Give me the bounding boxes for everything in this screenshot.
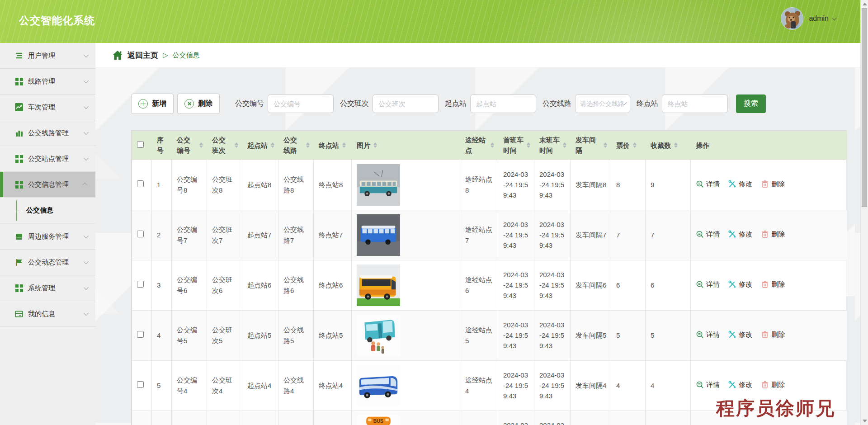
bus-shift-input[interactable]	[373, 94, 439, 113]
sort-icon[interactable]	[604, 142, 607, 148]
delete-row-button[interactable]: 删除	[761, 229, 785, 239]
delete-row-button[interactable]: 删除	[761, 279, 785, 289]
username-label[interactable]: admin	[809, 14, 829, 23]
edit-button[interactable]: 修改	[728, 379, 752, 390]
interval-cell: 发车间隔6	[571, 260, 611, 310]
bus-line-cell: 公交线路7	[278, 210, 314, 260]
sidebar-item-route-management[interactable]: 线路管理	[0, 69, 95, 94]
table-row: 5 公交编号4 公交班次4 起点站4 公交线路4 终点站4	[132, 360, 847, 411]
delete-button[interactable]: 删除	[177, 94, 220, 114]
bus-shift-label: 公交班次	[340, 99, 369, 109]
edit-button[interactable]: 修改	[728, 229, 752, 239]
home-icon[interactable]	[112, 50, 123, 60]
sort-icon[interactable]	[633, 142, 637, 148]
scroll-down-arrow-icon[interactable]	[863, 420, 867, 422]
sidebar-item-trip-management[interactable]: 车次管理	[0, 94, 95, 120]
breadcrumb-current[interactable]: 公交信息	[173, 51, 200, 60]
via-stations-cell: 途经站点4	[460, 360, 498, 411]
sort-icon[interactable]	[199, 142, 203, 148]
delete-row-button[interactable]: 删除	[761, 329, 785, 340]
edit-button[interactable]: 修改	[728, 279, 752, 289]
detail-magnifier-icon	[696, 331, 704, 339]
sidebar-item-nearby-service-management[interactable]: 周边服务管理	[0, 224, 95, 250]
shop-icon	[15, 232, 23, 241]
start-station-input[interactable]	[470, 94, 536, 113]
col-first-bus-time[interactable]: 首班车时间	[498, 131, 534, 160]
col-bus-line[interactable]: 公交线路	[278, 131, 314, 160]
row-checkbox[interactable]	[137, 331, 144, 338]
sort-icon[interactable]	[306, 142, 310, 148]
row-checkbox[interactable]	[137, 180, 144, 187]
last-bus-time-cell: 2024-03-24 19:59:43	[534, 160, 571, 210]
search-button[interactable]: 搜索	[736, 94, 766, 113]
row-checkbox[interactable]	[137, 231, 144, 237]
col-start-station[interactable]: 起点站	[242, 131, 278, 160]
sidebar-item-my-info[interactable]: 我的信息	[0, 301, 95, 327]
sort-icon[interactable]	[235, 142, 238, 148]
sort-icon[interactable]	[491, 142, 494, 148]
breadcrumb-home-link[interactable]: 返回主页	[127, 50, 158, 61]
detail-button[interactable]: 详情	[696, 329, 720, 340]
sidebar-item-label: 周边服务管理	[28, 232, 84, 241]
bus-shift-cell: 公交班次5	[207, 310, 242, 360]
bus-code-input[interactable]	[268, 94, 334, 113]
teal-model-bus-photo	[357, 164, 400, 206]
sidebar-item-busline-management[interactable]: 公交线路管理	[0, 120, 95, 146]
scroll-up-arrow-icon[interactable]	[863, 3, 867, 5]
sidebar-item-businfo-management[interactable]: 公交信息管理	[0, 172, 95, 198]
col-favorites[interactable]: 收藏数	[646, 131, 691, 160]
sidebar-item-system-management[interactable]: 系统管理	[0, 275, 95, 301]
app-window: 公交智能化系统 admin	[0, 0, 860, 425]
sidebar-subitem-businfo[interactable]: 公交信息	[0, 198, 95, 224]
bus-line-select[interactable]: 请选择公交线路	[575, 94, 630, 113]
col-interval[interactable]: 发车间隔	[571, 131, 611, 160]
col-bus-code[interactable]: 公交编号	[172, 131, 207, 160]
add-button[interactable]: 新增	[131, 94, 174, 114]
select-all-checkbox[interactable]	[137, 141, 144, 148]
first-bus-time-cell: 2024-03-24 19:59:43	[498, 360, 534, 411]
edit-button[interactable]: 修改	[728, 179, 752, 189]
avatar[interactable]	[781, 7, 803, 30]
sidebar-item-user-management[interactable]: 用户管理	[0, 43, 95, 69]
detail-button[interactable]: 详情	[696, 379, 720, 390]
delete-row-button[interactable]: 删除	[761, 179, 785, 189]
sidebar-item-busnews-management[interactable]: 公交动态管理	[0, 250, 95, 275]
sort-icon[interactable]	[563, 142, 566, 148]
bus-line-cell: 公交线路8	[278, 160, 314, 210]
detail-button[interactable]: 详情	[696, 179, 720, 189]
bus-shift-cell: 公交班次7	[207, 210, 242, 260]
yellow-bus-photo	[357, 264, 400, 306]
grid-icon	[15, 155, 23, 163]
user-menu[interactable]: admin	[781, 7, 835, 30]
col-image[interactable]: 图片	[352, 131, 460, 160]
row-checkbox[interactable]	[137, 381, 144, 388]
col-no[interactable]: 序号	[152, 131, 172, 160]
detail-button[interactable]: 详情	[696, 229, 720, 239]
row-checkbox[interactable]	[137, 281, 144, 288]
start-station-label: 起点站	[445, 99, 467, 109]
table-row: 6 公交编号3 公交班次3 起点站3 公交线路3 终点站3	[132, 411, 847, 425]
end-station-input[interactable]	[662, 94, 728, 113]
sidebar-item-busstop-management[interactable]: 公交站点管理	[0, 146, 95, 172]
end-station-cell: 终点站5	[314, 310, 352, 360]
col-bus-shift[interactable]: 公交班次	[207, 131, 242, 160]
col-price[interactable]: 票价	[611, 131, 646, 160]
bus-shift-cell: 公交班次4	[207, 360, 242, 411]
vertical-scrollbar[interactable]	[860, 0, 868, 425]
sort-icon[interactable]	[271, 142, 274, 148]
sidebar-item-label: 公交线路管理	[28, 129, 84, 137]
sort-icon[interactable]	[373, 142, 377, 148]
edit-button[interactable]: 修改	[728, 329, 752, 340]
col-via-stations[interactable]: 途经站点	[460, 131, 498, 160]
actions-cell: 详情 修改 删除	[691, 411, 847, 425]
sort-icon[interactable]	[527, 142, 530, 148]
delete-row-button[interactable]: 删除	[761, 379, 785, 390]
sort-icon[interactable]	[674, 142, 678, 148]
sort-icon[interactable]	[342, 142, 346, 148]
bus-code-cell: 公交编号5	[172, 310, 207, 360]
sidebar-item-label: 车次管理	[28, 103, 84, 112]
col-end-station[interactable]: 终点站	[314, 131, 352, 160]
detail-button[interactable]: 详情	[696, 279, 720, 289]
scrollbar-thumb[interactable]	[862, 8, 867, 207]
col-last-bus-time[interactable]: 末班车时间	[534, 131, 571, 160]
